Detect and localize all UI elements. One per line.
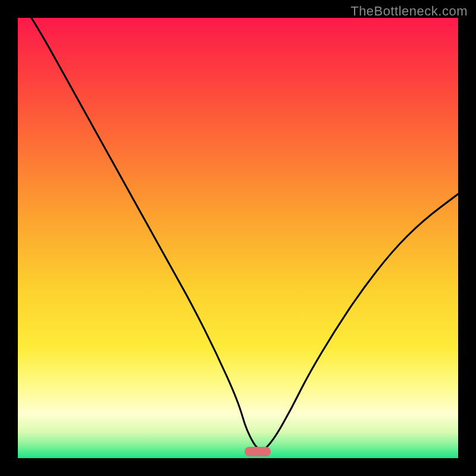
plot-area [18,18,458,458]
bottleneck-curve [18,18,458,458]
optimal-point-marker [245,447,271,456]
chart-frame: TheBottleneck.com [0,0,476,476]
watermark-text: TheBottleneck.com [350,4,468,19]
